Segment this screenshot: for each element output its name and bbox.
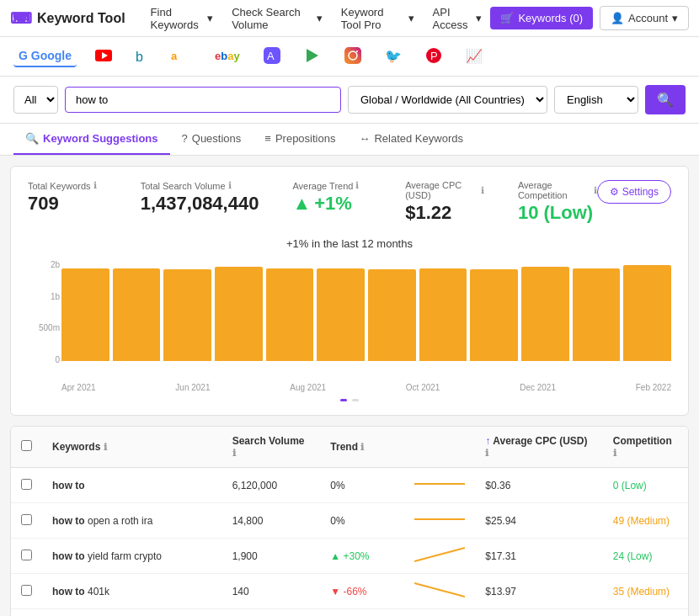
- stat-total-keywords-label: Total Keywords ℹ: [28, 180, 107, 191]
- table-row: how to 401k 140 ▼ -66% $13.97 35 (Medium…: [11, 574, 688, 609]
- keyword-rest: yield farm crypto: [85, 550, 162, 562]
- chart-pagination: [28, 399, 671, 401]
- search-button[interactable]: 🔍: [645, 85, 686, 114]
- chart-bar: [317, 268, 365, 361]
- trend-cell: ▲ +127%: [320, 609, 404, 617]
- tab-related-keywords[interactable]: ↔ Related Keywords: [347, 124, 475, 155]
- engine-playstore[interactable]: [299, 44, 326, 69]
- info-icon[interactable]: ℹ: [228, 180, 232, 191]
- search-volume-cell: 140: [222, 574, 321, 609]
- row-checkbox[interactable]: [21, 514, 32, 525]
- engine-youtube[interactable]: [90, 46, 117, 66]
- cart-icon: 🛒: [500, 12, 514, 24]
- engine-trends[interactable]: 📈: [461, 45, 488, 69]
- info-icon[interactable]: ℹ: [355, 180, 359, 191]
- sort-icon: ↑: [485, 435, 490, 447]
- tab-questions[interactable]: ? Questions: [170, 124, 253, 155]
- sparkline-chart: [414, 511, 465, 528]
- sparkline-cell: [404, 574, 475, 609]
- nav-api-access[interactable]: API Access ▾: [424, 1, 491, 36]
- tab-prepositions[interactable]: ≡ Prepositions: [253, 124, 347, 155]
- cpc-cell: $13.23: [475, 609, 602, 617]
- settings-button[interactable]: ⚙ Settings: [597, 180, 671, 204]
- stat-avg-cpc-value: $1.22: [405, 202, 484, 224]
- search-volume-cell: 390: [222, 609, 321, 617]
- country-select[interactable]: Global / Worldwide (All Countries): [348, 86, 547, 114]
- appstore-icon: A: [264, 47, 280, 64]
- row-checkbox[interactable]: [21, 585, 32, 596]
- keywords-info-icon[interactable]: ℹ: [104, 442, 107, 452]
- keyword-bold: how to: [52, 586, 85, 597]
- trend-info-icon[interactable]: ℹ: [360, 442, 364, 452]
- row-checkbox-cell: [11, 468, 42, 503]
- chevron-down-icon: ▾: [207, 12, 213, 24]
- sparkline-cell: [404, 468, 475, 503]
- question-icon: ?: [182, 132, 188, 145]
- stat-avg-trend-label: Average Trend ℹ: [292, 180, 371, 191]
- logo-text: Keyword Tool: [37, 11, 125, 26]
- engine-ebay[interactable]: ebay: [210, 46, 245, 67]
- row-checkbox-cell: [11, 609, 42, 617]
- keyword-bold: how to: [52, 480, 85, 491]
- competition-info-icon[interactable]: ℹ: [613, 448, 616, 458]
- instagram-icon: [344, 47, 361, 64]
- info-icon[interactable]: ℹ: [93, 180, 97, 191]
- keyword-cell: how to yield farm crypto: [42, 539, 222, 574]
- pinterest-icon: P: [425, 47, 442, 64]
- language-select[interactable]: English: [554, 86, 638, 114]
- stats-card: Total Keywords ℹ 709 Total Search Volume…: [10, 166, 689, 416]
- engine-instagram[interactable]: [339, 44, 366, 69]
- svg-point-9: [356, 50, 358, 52]
- amazon-icon: a: [171, 48, 191, 63]
- engine-twitter[interactable]: 🐦: [380, 44, 407, 69]
- search-input[interactable]: [65, 87, 341, 113]
- svg-text:a: a: [171, 50, 178, 62]
- engine-google[interactable]: G Google: [13, 45, 77, 67]
- chart-bar: [215, 267, 263, 361]
- chart-bar: [419, 268, 467, 361]
- nav-check-search-volume[interactable]: Check Search Volume ▾: [223, 1, 331, 36]
- trends-icon: 📈: [466, 48, 483, 64]
- info-icon[interactable]: ℹ: [594, 185, 597, 196]
- chart-bars: [61, 260, 671, 361]
- cpc-info-icon[interactable]: ℹ: [485, 448, 488, 458]
- select-all-header: [11, 427, 42, 468]
- chart-dot-active[interactable]: [340, 399, 347, 401]
- nav-find-keywords[interactable]: Find Keywords ▾: [142, 1, 222, 36]
- keyword-cell: how to open a roth ira: [42, 503, 222, 539]
- gear-icon: ⚙: [610, 186, 619, 198]
- chevron-down-icon: ▾: [317, 12, 323, 24]
- logo: ⌨ Keyword Tool: [10, 9, 125, 28]
- row-checkbox-cell: [11, 539, 42, 574]
- engine-bing[interactable]: b: [131, 45, 152, 68]
- ebay-logo: e: [215, 50, 221, 62]
- sparkline-chart: [414, 475, 465, 492]
- keyword-cell: how to 401k: [42, 574, 222, 609]
- prepositions-icon: ≡: [264, 132, 271, 145]
- svg-text:b: b: [136, 50, 143, 63]
- trend-cell: 0%: [320, 503, 404, 539]
- tab-keyword-suggestions[interactable]: 🔍 Keyword Suggestions: [13, 124, 170, 155]
- bing-icon: b: [136, 48, 147, 63]
- keywords-cart-button[interactable]: 🛒 Keywords (0): [490, 7, 593, 29]
- account-button[interactable]: 👤 Account ▾: [600, 6, 689, 30]
- select-all-checkbox[interactable]: [21, 440, 32, 451]
- row-checkbox[interactable]: [21, 479, 32, 490]
- chart-title: +1% in the last 12 months: [28, 237, 671, 250]
- stat-total-search-volume: Total Search Volume ℹ 1,437,084,440: [141, 180, 259, 215]
- engine-amazon[interactable]: a: [166, 45, 196, 68]
- engine-appstore[interactable]: A: [259, 44, 285, 69]
- stat-avg-competition: Average Competition ℹ 10 (Low): [518, 180, 597, 224]
- stat-total-keywords-value: 709: [28, 193, 107, 215]
- chart-dot-inactive[interactable]: [352, 399, 359, 401]
- stat-avg-trend-value: ▲ +1%: [292, 193, 371, 215]
- engine-pinterest[interactable]: P: [420, 44, 447, 69]
- search-type-select[interactable]: All: [13, 86, 58, 114]
- chart-bar: [113, 268, 161, 361]
- row-checkbox[interactable]: [21, 550, 32, 560]
- info-icon[interactable]: ℹ: [481, 185, 484, 196]
- search-volume-info-icon[interactable]: ℹ: [232, 448, 236, 458]
- nav-keyword-tool-pro[interactable]: Keyword Tool Pro ▾: [333, 1, 423, 36]
- keyword-bold: how to: [52, 515, 85, 527]
- keyword-cell: how to 1099 an employee: [42, 609, 222, 617]
